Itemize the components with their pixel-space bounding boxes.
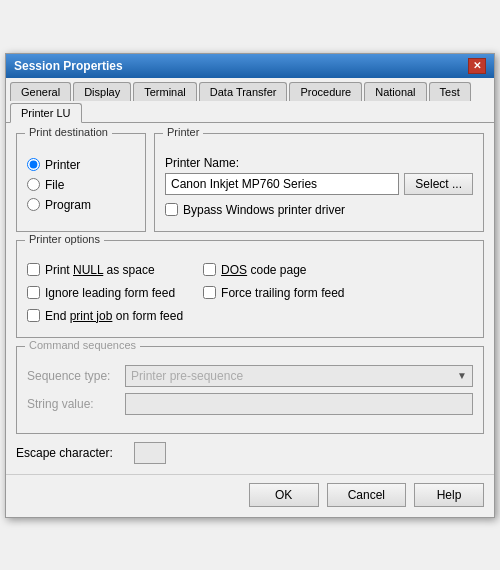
escape-input bbox=[134, 442, 166, 464]
options-grid: Print NULL as space Ignore leading form … bbox=[27, 253, 473, 327]
tab-procedure[interactable]: Procedure bbox=[289, 82, 362, 101]
ignore-form-feed-label: Ignore leading form feed bbox=[45, 286, 175, 300]
tab-terminal[interactable]: Terminal bbox=[133, 82, 197, 101]
print-null-checkbox[interactable] bbox=[27, 263, 40, 276]
printer-options-group: Printer options Print NULL as space Igno… bbox=[16, 240, 484, 338]
bottom-buttons: OK Cancel Help bbox=[6, 474, 494, 517]
dos-code-page-label: DOS code page bbox=[221, 263, 306, 277]
tab-national[interactable]: National bbox=[364, 82, 426, 101]
string-value-row: String value: bbox=[27, 393, 473, 415]
options-col-2: DOS code page Force trailing form feed bbox=[203, 263, 344, 327]
dos-code-page-checkbox[interactable] bbox=[203, 263, 216, 276]
sequence-type-label: Sequence type: bbox=[27, 369, 117, 383]
dropdown-arrow-icon: ▼ bbox=[457, 370, 467, 381]
radio-printer-label: Printer bbox=[45, 158, 80, 172]
radio-program[interactable]: Program bbox=[27, 198, 135, 212]
printer-inner: Printer Name: Select ... Bypass Windows … bbox=[165, 142, 473, 217]
escape-label: Escape character: bbox=[16, 446, 126, 460]
ok-button[interactable]: OK bbox=[249, 483, 319, 507]
print-destination-label: Print destination bbox=[25, 126, 112, 138]
sequence-type-value: Printer pre-sequence bbox=[131, 369, 243, 383]
command-sequences-inner: Sequence type: Printer pre-sequence ▼ St… bbox=[27, 355, 473, 415]
sequence-type-row: Sequence type: Printer pre-sequence ▼ bbox=[27, 365, 473, 387]
tab-content: Print destination Printer File Program bbox=[6, 123, 494, 474]
force-trailing-checkbox-item[interactable]: Force trailing form feed bbox=[203, 286, 344, 300]
tabs-bar: General Display Terminal Data Transfer P… bbox=[6, 78, 494, 123]
radio-program-label: Program bbox=[45, 198, 91, 212]
ignore-form-feed-checkbox-item[interactable]: Ignore leading form feed bbox=[27, 286, 183, 300]
end-print-job-checkbox[interactable] bbox=[27, 309, 40, 322]
radio-printer[interactable]: Printer bbox=[27, 158, 135, 172]
command-sequences-group: Command sequences Sequence type: Printer… bbox=[16, 346, 484, 434]
command-sequences-label: Command sequences bbox=[25, 339, 140, 351]
force-trailing-checkbox[interactable] bbox=[203, 286, 216, 299]
tab-test[interactable]: Test bbox=[429, 82, 471, 101]
printer-name-label: Printer Name: bbox=[165, 156, 473, 170]
window-title: Session Properties bbox=[14, 59, 123, 73]
string-value-label: String value: bbox=[27, 397, 117, 411]
ignore-form-feed-checkbox[interactable] bbox=[27, 286, 40, 299]
printer-options-label: Printer options bbox=[25, 233, 104, 245]
bypass-checkbox-item[interactable]: Bypass Windows printer driver bbox=[165, 203, 473, 217]
print-destination-group: Print destination Printer File Program bbox=[16, 133, 146, 232]
radio-file[interactable]: File bbox=[27, 178, 135, 192]
force-trailing-label: Force trailing form feed bbox=[221, 286, 344, 300]
options-col-1: Print NULL as space Ignore leading form … bbox=[27, 263, 183, 327]
bypass-label: Bypass Windows printer driver bbox=[183, 203, 345, 217]
escape-row: Escape character: bbox=[16, 442, 484, 464]
top-row: Print destination Printer File Program bbox=[16, 133, 484, 240]
printer-group-label: Printer bbox=[163, 126, 203, 138]
print-null-label: Print NULL as space bbox=[45, 263, 155, 277]
tab-display[interactable]: Display bbox=[73, 82, 131, 101]
end-print-job-label: End print job on form feed bbox=[45, 309, 183, 323]
string-value-input[interactable] bbox=[125, 393, 473, 415]
print-null-checkbox-item[interactable]: Print NULL as space bbox=[27, 263, 183, 277]
session-properties-window: Session Properties ✕ General Display Ter… bbox=[5, 53, 495, 518]
title-bar-buttons: ✕ bbox=[468, 58, 486, 74]
printer-name-row: Select ... bbox=[165, 173, 473, 195]
dos-code-page-checkbox-item[interactable]: DOS code page bbox=[203, 263, 344, 277]
help-button[interactable]: Help bbox=[414, 483, 484, 507]
close-button[interactable]: ✕ bbox=[468, 58, 486, 74]
print-destination-options: Printer File Program bbox=[27, 148, 135, 212]
tab-printer-lu[interactable]: Printer LU bbox=[10, 103, 82, 123]
tab-general[interactable]: General bbox=[10, 82, 71, 101]
cancel-button[interactable]: Cancel bbox=[327, 483, 406, 507]
end-print-job-checkbox-item[interactable]: End print job on form feed bbox=[27, 309, 183, 323]
printer-name-input[interactable] bbox=[165, 173, 399, 195]
title-bar: Session Properties ✕ bbox=[6, 54, 494, 78]
tab-data-transfer[interactable]: Data Transfer bbox=[199, 82, 288, 101]
printer-group: Printer Printer Name: Select ... Bypass … bbox=[154, 133, 484, 232]
sequence-type-dropdown[interactable]: Printer pre-sequence ▼ bbox=[125, 365, 473, 387]
radio-file-label: File bbox=[45, 178, 64, 192]
select-button[interactable]: Select ... bbox=[404, 173, 473, 195]
bypass-checkbox[interactable] bbox=[165, 203, 178, 216]
